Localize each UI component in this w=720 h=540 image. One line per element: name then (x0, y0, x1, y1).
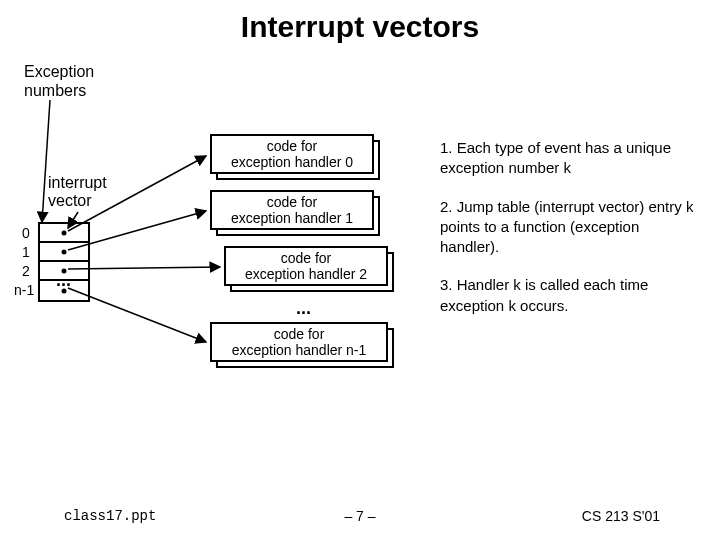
vector-ellipsis: ... (56, 270, 71, 291)
handler-label: code for exception handler 1 (210, 190, 374, 230)
handler-label: code for exception handler 2 (224, 246, 388, 286)
handler-box: code for exception handler 1 (210, 190, 390, 234)
handler-label: code for exception handler 0 (210, 134, 374, 174)
handlers-ellipsis: ... (296, 298, 311, 319)
dot-icon (62, 230, 67, 235)
svg-line-4 (68, 267, 220, 269)
vector-label: interrupt vector (48, 174, 107, 211)
handler-text: code for exception handler 2 (245, 250, 367, 282)
subtitle: Exception numbers (24, 62, 94, 100)
row-index: 2 (22, 262, 30, 281)
row-index: 0 (22, 224, 30, 243)
handler-box: code for exception handler 2 (224, 246, 404, 290)
handler-box: code for exception handler n-1 code for … (210, 322, 390, 366)
table-row: 0 (40, 224, 88, 243)
handler-box: code for exception handler 0 (210, 134, 390, 178)
handler-text: code for exception handler n-1 (232, 326, 367, 358)
table-row: 1 (40, 243, 88, 262)
footer-course: CS 213 S'01 (582, 508, 660, 524)
handler-text: code for exception handler 1 (231, 194, 353, 226)
dot-icon (62, 249, 67, 254)
slide: Interrupt vectors Exception numbers inte… (0, 0, 720, 540)
note-item: 1. Each type of event has a unique excep… (440, 138, 700, 179)
subtitle-text: Exception numbers (24, 63, 94, 99)
row-index: n-1 (14, 281, 34, 300)
note-item: 2. Jump table (interrupt vector) entry k… (440, 197, 700, 258)
notes: 1. Each type of event has a unique excep… (440, 138, 700, 334)
handler-label: code for exception handler n-1 (210, 322, 388, 362)
page-title: Interrupt vectors (0, 10, 720, 44)
note-item: 3. Handler k is called each time excepti… (440, 275, 700, 316)
row-index: 1 (22, 243, 30, 262)
handler-text: code for exception handler 0 (231, 138, 353, 170)
vector-label-text: interrupt vector (48, 174, 107, 209)
